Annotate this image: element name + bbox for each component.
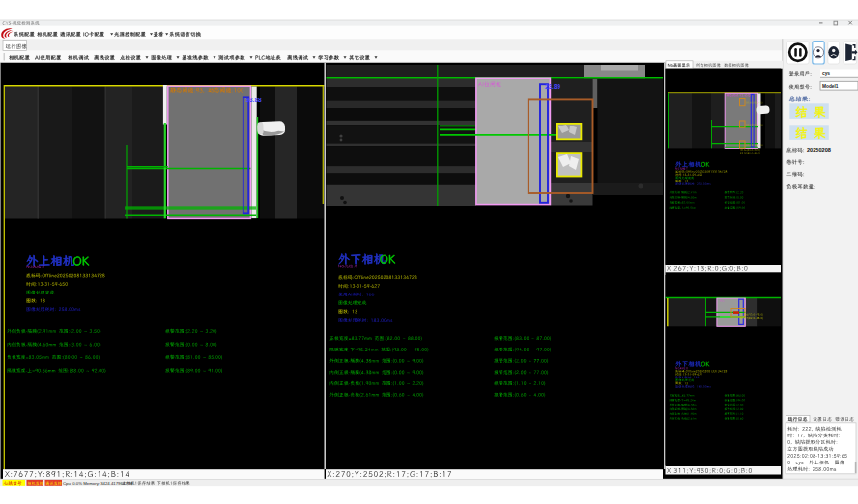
svg-text:93.88: 93.88 xyxy=(246,97,262,103)
svg-text:23.89: 23.89 xyxy=(545,83,560,90)
svg-text:Model1: Model1 xyxy=(822,84,839,89)
svg-text:20250208: 20250208 xyxy=(807,147,831,153)
svg-text:cys: cys xyxy=(822,71,830,76)
